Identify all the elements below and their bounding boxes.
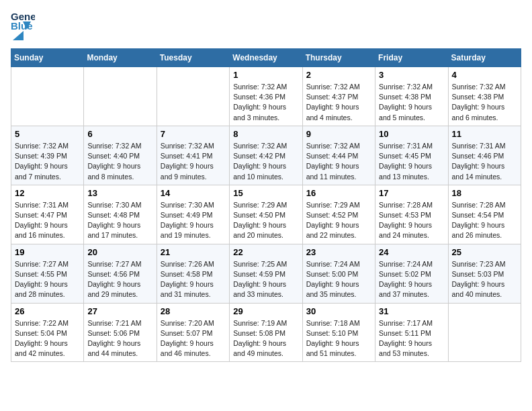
logo-triangle-icon xyxy=(13,31,24,40)
day-number: 19 xyxy=(15,247,80,257)
svg-marker-3 xyxy=(13,31,24,40)
day-info: Sunrise: 7:32 AMSunset: 4:38 PMDaylight:… xyxy=(379,82,444,123)
day-info: Sunrise: 7:30 AMSunset: 4:48 PMDaylight:… xyxy=(87,200,152,241)
calendar-cell: 23Sunrise: 7:24 AMSunset: 5:00 PMDayligh… xyxy=(302,244,375,303)
calendar-cell: 29Sunrise: 7:19 AMSunset: 5:08 PMDayligh… xyxy=(230,303,302,362)
calendar-cell xyxy=(157,67,229,126)
calendar-cell: 14Sunrise: 7:30 AMSunset: 4:49 PMDayligh… xyxy=(157,185,229,244)
calendar-header-row: SundayMondayTuesdayWednesdayThursdayFrid… xyxy=(11,49,521,67)
day-info: Sunrise: 7:32 AMSunset: 4:41 PMDaylight:… xyxy=(161,141,226,182)
day-info: Sunrise: 7:32 AMSunset: 4:37 PMDaylight:… xyxy=(306,82,371,123)
day-number: 16 xyxy=(306,188,371,198)
calendar-week-row: 1Sunrise: 7:32 AMSunset: 4:36 PMDaylight… xyxy=(11,67,521,126)
day-number: 20 xyxy=(87,247,152,257)
calendar-week-row: 26Sunrise: 7:22 AMSunset: 5:04 PMDayligh… xyxy=(11,303,521,362)
calendar-cell: 12Sunrise: 7:31 AMSunset: 4:47 PMDayligh… xyxy=(11,185,84,244)
calendar-cell: 31Sunrise: 7:17 AMSunset: 5:11 PMDayligh… xyxy=(375,303,448,362)
calendar-cell: 24Sunrise: 7:24 AMSunset: 5:02 PMDayligh… xyxy=(375,244,448,303)
day-info: Sunrise: 7:26 AMSunset: 4:58 PMDaylight:… xyxy=(161,259,226,300)
day-number: 13 xyxy=(87,188,152,198)
calendar-cell: 3Sunrise: 7:32 AMSunset: 4:38 PMDaylight… xyxy=(375,67,448,126)
day-info: Sunrise: 7:30 AMSunset: 4:49 PMDaylight:… xyxy=(161,200,226,241)
logo: General Blue xyxy=(11,11,35,40)
calendar-cell: 7Sunrise: 7:32 AMSunset: 4:41 PMDaylight… xyxy=(157,126,229,185)
day-number: 22 xyxy=(233,247,298,257)
day-info: Sunrise: 7:32 AMSunset: 4:38 PMDaylight:… xyxy=(452,82,517,123)
calendar-cell: 25Sunrise: 7:23 AMSunset: 5:03 PMDayligh… xyxy=(448,244,521,303)
calendar-cell: 10Sunrise: 7:31 AMSunset: 4:45 PMDayligh… xyxy=(375,126,448,185)
day-info: Sunrise: 7:28 AMSunset: 4:54 PMDaylight:… xyxy=(452,200,517,241)
day-number: 6 xyxy=(87,129,152,139)
calendar-cell xyxy=(448,303,521,362)
calendar-cell: 26Sunrise: 7:22 AMSunset: 5:04 PMDayligh… xyxy=(11,303,84,362)
day-number: 29 xyxy=(233,306,298,316)
day-number: 30 xyxy=(306,306,371,316)
day-info: Sunrise: 7:24 AMSunset: 5:00 PMDaylight:… xyxy=(306,259,371,300)
day-info: Sunrise: 7:21 AMSunset: 5:06 PMDaylight:… xyxy=(87,318,152,359)
day-info: Sunrise: 7:32 AMSunset: 4:44 PMDaylight:… xyxy=(306,141,371,182)
day-info: Sunrise: 7:19 AMSunset: 5:08 PMDaylight:… xyxy=(233,318,298,359)
calendar-cell: 21Sunrise: 7:26 AMSunset: 4:58 PMDayligh… xyxy=(157,244,229,303)
day-number: 28 xyxy=(161,306,226,316)
day-info: Sunrise: 7:32 AMSunset: 4:36 PMDaylight:… xyxy=(233,82,298,123)
day-number: 27 xyxy=(87,306,152,316)
calendar-cell xyxy=(84,67,157,126)
day-number: 25 xyxy=(452,247,517,257)
day-number: 17 xyxy=(379,188,444,198)
day-info: Sunrise: 7:31 AMSunset: 4:46 PMDaylight:… xyxy=(452,141,517,182)
calendar-cell: 2Sunrise: 7:32 AMSunset: 4:37 PMDaylight… xyxy=(302,67,375,126)
day-info: Sunrise: 7:32 AMSunset: 4:40 PMDaylight:… xyxy=(87,141,152,182)
calendar-cell: 15Sunrise: 7:29 AMSunset: 4:50 PMDayligh… xyxy=(230,185,302,244)
calendar-cell: 22Sunrise: 7:25 AMSunset: 4:59 PMDayligh… xyxy=(230,244,302,303)
day-number: 8 xyxy=(233,129,298,139)
day-info: Sunrise: 7:25 AMSunset: 4:59 PMDaylight:… xyxy=(233,259,298,300)
calendar-cell: 1Sunrise: 7:32 AMSunset: 4:36 PMDaylight… xyxy=(230,67,302,126)
calendar-cell: 20Sunrise: 7:27 AMSunset: 4:56 PMDayligh… xyxy=(84,244,157,303)
day-info: Sunrise: 7:31 AMSunset: 4:47 PMDaylight:… xyxy=(15,200,80,241)
day-info: Sunrise: 7:29 AMSunset: 4:52 PMDaylight:… xyxy=(306,200,371,241)
calendar-cell: 18Sunrise: 7:28 AMSunset: 4:54 PMDayligh… xyxy=(448,185,521,244)
day-info: Sunrise: 7:32 AMSunset: 4:39 PMDaylight:… xyxy=(15,141,80,182)
day-info: Sunrise: 7:24 AMSunset: 5:02 PMDaylight:… xyxy=(379,259,444,300)
calendar-day-header: Tuesday xyxy=(157,49,229,67)
calendar-day-header: Saturday xyxy=(448,49,521,67)
logo-icon: General Blue xyxy=(11,11,35,30)
day-number: 26 xyxy=(15,306,80,316)
calendar-day-header: Friday xyxy=(375,49,448,67)
day-number: 23 xyxy=(306,247,371,257)
calendar-cell xyxy=(11,67,84,126)
day-info: Sunrise: 7:31 AMSunset: 4:45 PMDaylight:… xyxy=(379,141,444,182)
calendar-cell: 9Sunrise: 7:32 AMSunset: 4:44 PMDaylight… xyxy=(302,126,375,185)
day-number: 14 xyxy=(161,188,226,198)
day-info: Sunrise: 7:23 AMSunset: 5:03 PMDaylight:… xyxy=(452,259,517,300)
calendar-week-row: 19Sunrise: 7:27 AMSunset: 4:55 PMDayligh… xyxy=(11,244,521,303)
day-info: Sunrise: 7:22 AMSunset: 5:04 PMDaylight:… xyxy=(15,318,80,359)
calendar-cell: 30Sunrise: 7:18 AMSunset: 5:10 PMDayligh… xyxy=(302,303,375,362)
day-number: 2 xyxy=(306,70,371,80)
calendar-cell: 6Sunrise: 7:32 AMSunset: 4:40 PMDaylight… xyxy=(84,126,157,185)
svg-text:Blue: Blue xyxy=(11,20,33,30)
calendar-week-row: 5Sunrise: 7:32 AMSunset: 4:39 PMDaylight… xyxy=(11,126,521,185)
day-info: Sunrise: 7:27 AMSunset: 4:56 PMDaylight:… xyxy=(87,259,152,300)
calendar-day-header: Thursday xyxy=(302,49,375,67)
day-info: Sunrise: 7:27 AMSunset: 4:55 PMDaylight:… xyxy=(15,259,80,300)
calendar-week-row: 12Sunrise: 7:31 AMSunset: 4:47 PMDayligh… xyxy=(11,185,521,244)
calendar-day-header: Sunday xyxy=(11,49,84,67)
day-number: 12 xyxy=(15,188,80,198)
day-info: Sunrise: 7:17 AMSunset: 5:11 PMDaylight:… xyxy=(379,318,444,359)
calendar-table: SundayMondayTuesdayWednesdayThursdayFrid… xyxy=(11,48,521,362)
calendar-cell: 8Sunrise: 7:32 AMSunset: 4:42 PMDaylight… xyxy=(230,126,302,185)
day-number: 3 xyxy=(379,70,444,80)
calendar-day-header: Wednesday xyxy=(230,49,302,67)
day-number: 18 xyxy=(452,188,517,198)
calendar-cell: 13Sunrise: 7:30 AMSunset: 4:48 PMDayligh… xyxy=(84,185,157,244)
day-info: Sunrise: 7:32 AMSunset: 4:42 PMDaylight:… xyxy=(233,141,298,182)
calendar-cell: 11Sunrise: 7:31 AMSunset: 4:46 PMDayligh… xyxy=(448,126,521,185)
day-number: 9 xyxy=(306,129,371,139)
calendar-cell: 17Sunrise: 7:28 AMSunset: 4:53 PMDayligh… xyxy=(375,185,448,244)
day-number: 1 xyxy=(233,70,298,80)
calendar-cell: 28Sunrise: 7:20 AMSunset: 5:07 PMDayligh… xyxy=(157,303,229,362)
calendar-cell: 5Sunrise: 7:32 AMSunset: 4:39 PMDaylight… xyxy=(11,126,84,185)
day-number: 15 xyxy=(233,188,298,198)
calendar-cell: 16Sunrise: 7:29 AMSunset: 4:52 PMDayligh… xyxy=(302,185,375,244)
